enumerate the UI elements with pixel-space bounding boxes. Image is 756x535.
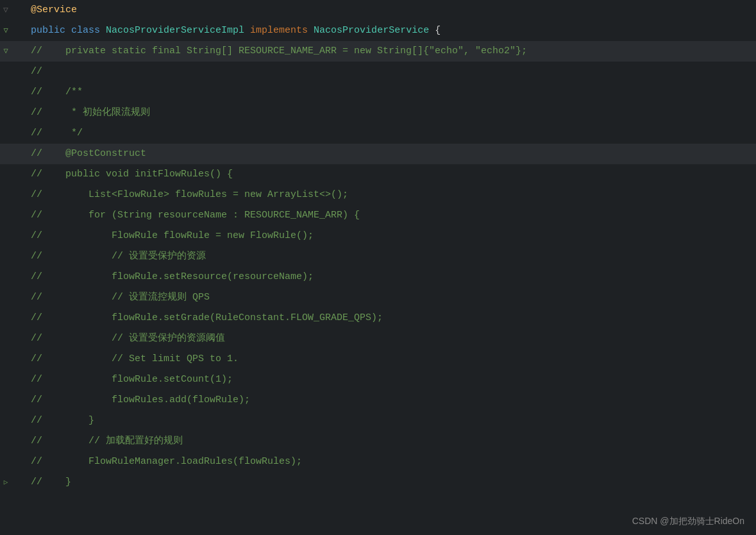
code-line: // flowRule.setGrade(RuleConstant.FLOW_G… [0, 308, 756, 328]
line-content: // // Set limit QPS to 1. [23, 349, 239, 369]
code-line: // */ [0, 123, 756, 144]
code-line: ▽ // private static final String[] RESOU… [0, 41, 756, 62]
line-content: // for (String resourceName : RESOURCE_N… [23, 205, 360, 226]
code-line: // List<FlowRule> flowRules = new ArrayL… [0, 185, 756, 205]
code-line: // /** [0, 82, 756, 103]
token-comment: // for (String resourceName : RESOURCE_N… [31, 210, 360, 221]
token-comment: // List<FlowRule> flowRules = new ArrayL… [31, 189, 348, 200]
line-content: // [23, 62, 42, 82]
gutter-icon: ▽ [0, 21, 12, 41]
code-line: // flowRule.setCount(1); [0, 369, 756, 390]
code-line: // // 设置受保护的资源 [0, 246, 756, 267]
code-line: // [0, 62, 756, 82]
line-content: // // 加载配置好的规则 [23, 431, 183, 452]
token-comment: // flowRules.add(flowRule); [31, 395, 250, 405]
code-line: // // 设置受保护的资源阈值 [0, 328, 756, 349]
code-line: // // Set limit QPS to 1. [0, 349, 756, 369]
line-content: // */ [23, 123, 83, 144]
token-keyword-orange: implements [250, 25, 314, 36]
code-line: // } [0, 411, 756, 431]
token-comment: // flowRule.setGrade(RuleConstant.FLOW_G… [31, 312, 383, 323]
line-content: // // 设置受保护的资源阈值 [23, 328, 225, 349]
line-content: // public void initFlowRules() { [23, 164, 233, 185]
token-comment: // flowRule.setResource(resourceName); [31, 271, 314, 282]
line-content: // FlowRuleManager.loadRules(flowRules); [23, 452, 302, 472]
gutter-icon: ▽ [0, 0, 12, 21]
code-line: // public void initFlowRules() { [0, 164, 756, 185]
watermark: CSDN @加把劲骑士RideOn [632, 516, 744, 527]
token-comment: // // Set limit QPS to 1. [31, 353, 239, 364]
token-comment: // public void initFlowRules() { [31, 169, 233, 180]
line-content: // private static final String[] RESOURC… [23, 41, 527, 62]
token-comment: // @PostConstruct [31, 148, 146, 159]
token-comment: // // 设置受保护的资源 [31, 251, 206, 262]
line-content: // // 设置流控规则 QPS [23, 287, 210, 308]
code-editor: ▽ @Service ▽ public class NacosProviderS… [0, 0, 756, 535]
code-line: // for (String resourceName : RESOURCE_N… [0, 205, 756, 226]
line-content: // } [23, 472, 71, 493]
code-line: ▽ public class NacosProviderServiceImpl … [0, 21, 756, 41]
token-comment: // } [31, 415, 94, 426]
token-comment: // * 初始化限流规则 [31, 107, 150, 118]
line-content: // FlowRule flowRule = new FlowRule(); [23, 226, 314, 246]
token-comment: // flowRule.setCount(1); [31, 374, 233, 385]
token-comment: // FlowRuleManager.loadRules(flowRules); [31, 456, 302, 467]
token-comment: // [31, 66, 42, 77]
code-line: // FlowRule flowRule = new FlowRule(); [0, 226, 756, 246]
code-line: // flowRule.setResource(resourceName); [0, 267, 756, 287]
code-line: // * 初始化限流规则 [0, 103, 756, 123]
line-content: // /** [23, 82, 83, 103]
token-keyword: public [31, 25, 71, 36]
code-line: ▽ @Service [0, 0, 756, 21]
token-comment: // /** [31, 87, 83, 98]
token-punctuation: { [435, 25, 441, 36]
code-line: // flowRules.add(flowRule); [0, 390, 756, 411]
line-content: // flowRules.add(flowRule); [23, 390, 250, 411]
line-content: // @PostConstruct [23, 144, 146, 164]
line-content: // List<FlowRule> flowRules = new ArrayL… [23, 185, 348, 205]
code-line: ▷ // } [0, 472, 756, 493]
token-annotation: @Service [31, 4, 77, 15]
token-comment: // private static final String[] RESOURC… [31, 46, 527, 56]
line-content: // flowRule.setResource(resourceName); [23, 267, 314, 287]
token-comment: // // 设置流控规则 QPS [31, 292, 210, 303]
code-line: // // 设置流控规则 QPS [0, 287, 756, 308]
token-classname: NacosProviderServiceImpl [106, 25, 250, 36]
code-line: // // 加载配置好的规则 [0, 431, 756, 452]
code-lines: ▽ @Service ▽ public class NacosProviderS… [0, 0, 756, 493]
line-content: public class NacosProviderServiceImpl im… [23, 21, 441, 41]
line-content: // // 设置受保护的资源 [23, 246, 206, 267]
token-comment: // */ [31, 128, 83, 139]
token-comment: // // 加载配置好的规则 [31, 436, 183, 446]
token-keyword: class [71, 25, 106, 36]
token-comment: // // 设置受保护的资源阈值 [31, 333, 225, 344]
token-classname: NacosProviderService [314, 25, 435, 36]
code-line: // @PostConstruct [0, 144, 756, 164]
line-content: @Service [23, 0, 77, 21]
code-line: // FlowRuleManager.loadRules(flowRules); [0, 452, 756, 472]
line-content: // flowRule.setCount(1); [23, 369, 233, 390]
line-content: // flowRule.setGrade(RuleConstant.FLOW_G… [23, 308, 383, 328]
collapse-icon: ▷ [0, 472, 12, 493]
token-comment: // FlowRule flowRule = new FlowRule(); [31, 230, 314, 241]
token-comment: // } [31, 477, 71, 488]
line-content: // * 初始化限流规则 [23, 103, 150, 123]
collapse-icon: ▽ [0, 41, 12, 62]
line-content: // } [23, 411, 94, 431]
